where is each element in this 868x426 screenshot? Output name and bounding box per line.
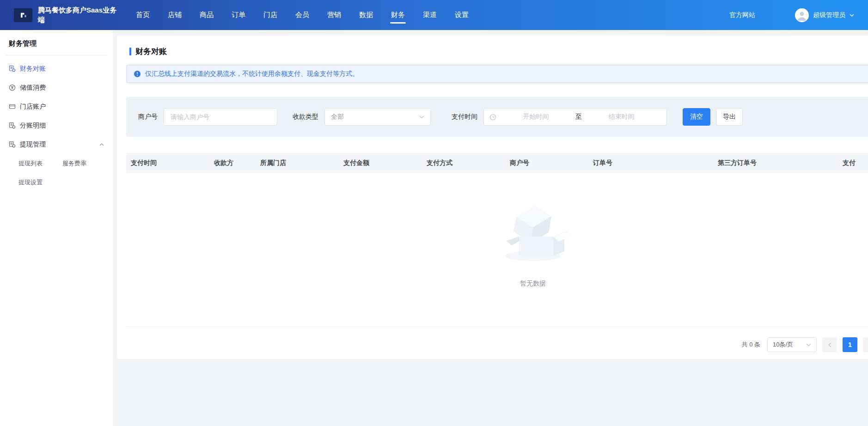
nav-item-settings[interactable]: 设置 [455,0,469,30]
table-empty-state: 暂无数据 [126,173,868,327]
alert-text: 仅汇总线上支付渠道的交易流水，不统计使用余额支付、现金支付等方式。 [145,70,359,78]
clock-icon [489,114,496,121]
merchant-input[interactable] [164,108,277,126]
page-size-select[interactable]: 10条/页 [767,337,817,352]
sidebar-item-label: 门店账户 [20,103,46,111]
type-select-value: 全部 [331,113,344,121]
sidebar-subitem-withdraw-list[interactable]: 提现列表 [18,159,43,168]
ledger-coin-icon [9,65,16,72]
sidebar: 财务管理 财务对账 储值消费 [0,30,113,426]
table-header-row: 支付时间 收款方 所属门店 支付金额 支付方式 商户号 订单号 第三方订单号 支… [126,153,868,173]
date-range-picker[interactable]: 开始时间 至 结束时间 [483,108,667,126]
nav-right-area: 官方网站 超级管理员 [729,8,854,22]
filter-bar: 商户号 收款类型 全部 支付时间 开始时间 至 [126,97,868,137]
page-number-1[interactable]: 1 [843,337,857,352]
pagination: 共 0 条 10条/页 1 [126,337,868,352]
top-navbar: 腾马餐饮多商户Saas业务端 首页 店铺 商品 订单 门店 会员 营销 数据 财… [0,0,868,30]
nav-item-stores[interactable]: 门店 [263,0,277,30]
chevron-up-icon[interactable] [99,143,104,146]
merchant-label: 商户号 [138,113,158,121]
table-header-cell: 支付金额 [339,159,422,167]
end-time-placeholder[interactable]: 结束时间 [582,113,661,121]
time-label: 支付时间 [452,113,477,121]
chevron-down-icon [419,116,424,119]
table-header-cell: 收款方 [209,159,256,167]
sidebar-item-label: 提现管理 [20,140,46,149]
avatar [795,8,809,22]
sidebar-subitem-service-rate[interactable]: 服务费率 [62,159,86,168]
nav-item-shop[interactable]: 店铺 [168,0,182,30]
start-time-placeholder[interactable]: 开始时间 [496,113,575,121]
chevron-down-icon [850,14,854,17]
nav-item-members[interactable]: 会员 [295,0,309,30]
sidebar-item-label: 财务对账 [20,65,46,73]
next-page-button[interactable] [863,337,868,352]
range-separator: 至 [575,113,582,121]
info-alert: 仅汇总线上支付渠道的交易流水，不统计使用余额支付、现金支付等方式。 [126,65,868,83]
table-header-cell: 支付方式 [422,159,505,167]
table-header-cell: 所属门店 [256,159,339,167]
app-title: 腾马餐饮多商户Saas业务端 [38,6,120,24]
nav-item-channel[interactable]: 渠道 [423,0,437,30]
nav-item-finance[interactable]: 财务 [391,0,405,30]
info-icon [134,70,141,78]
sidebar-item-split-detail[interactable]: 分账明细 [0,116,113,135]
table-header-cell: 支付 [838,159,868,167]
title-accent-bar [129,48,131,55]
sidebar-item-label: 储值消费 [20,84,46,92]
table-header-cell: 第三方订单号 [713,159,838,167]
sidebar-item-reconciliation[interactable]: 财务对账 [0,59,113,78]
sidebar-subrow-2: 提现设置 [0,173,113,192]
prev-page-button[interactable] [822,337,837,352]
chevron-left-icon [828,342,831,347]
sidebar-divider [6,55,107,55]
nav-item-orders[interactable]: 订单 [232,0,245,30]
table-header-cell: 支付时间 [126,159,209,167]
export-button[interactable]: 导出 [716,108,743,126]
page-title: 财务对账 [135,46,167,57]
top-menu: 首页 店铺 商品 订单 门店 会员 营销 数据 财务 渠道 设置 [136,0,469,30]
nav-item-data[interactable]: 数据 [359,0,373,30]
main-area: 财务对账 仅汇总线上支付渠道的交易流水，不统计使用余额支付、现金支付等方式。 商… [113,30,868,426]
table-header-cell: 订单号 [588,159,713,167]
bank-card-icon [9,103,16,110]
page-title-row: 财务对账 [129,46,868,57]
sidebar-title: 财务管理 [0,39,113,48]
pagination-total: 共 0 条 [742,341,760,349]
yen-circle-icon [9,84,16,91]
nav-item-home[interactable]: 首页 [136,0,150,30]
table: 支付时间 收款方 所属门店 支付金额 支付方式 商户号 订单号 第三方订单号 支… [126,153,868,327]
empty-box-illustration [494,197,572,264]
page-size-value: 10条/页 [773,341,793,349]
empty-text: 暂无数据 [520,280,546,288]
type-select[interactable]: 全部 [324,108,431,126]
nav-item-marketing[interactable]: 营销 [327,0,341,30]
clear-button[interactable]: 清空 [683,108,710,126]
sidebar-item-store-account[interactable]: 门店账户 [0,97,113,116]
content-card: 财务对账 仅汇总线上支付渠道的交易流水，不统计使用余额支付、现金支付等方式。 商… [117,36,868,359]
sidebar-item-label: 分账明细 [20,122,46,130]
type-label: 收款类型 [293,113,318,121]
ledger-coin-icon [9,141,16,148]
nav-item-goods[interactable]: 商品 [200,0,214,30]
user-name: 超级管理员 [813,11,845,19]
sidebar-subrow-1: 提现列表 服务费率 [0,154,113,173]
user-avatar-icon [795,8,809,22]
table-header-cell: 商户号 [505,159,588,167]
sidebar-item-stored-value[interactable]: 储值消费 [0,78,113,97]
sidebar-item-withdraw-management[interactable]: 提现管理 [0,135,113,154]
chevron-down-icon [806,343,811,347]
ledger-coin-icon [9,122,16,129]
official-website-link[interactable]: 官方网站 [729,11,755,19]
sidebar-subitem-withdraw-settings[interactable]: 提现设置 [18,178,43,187]
brand-logo [14,8,32,22]
user-menu[interactable]: 超级管理员 [795,8,854,22]
brand-logo-icon [20,12,27,18]
